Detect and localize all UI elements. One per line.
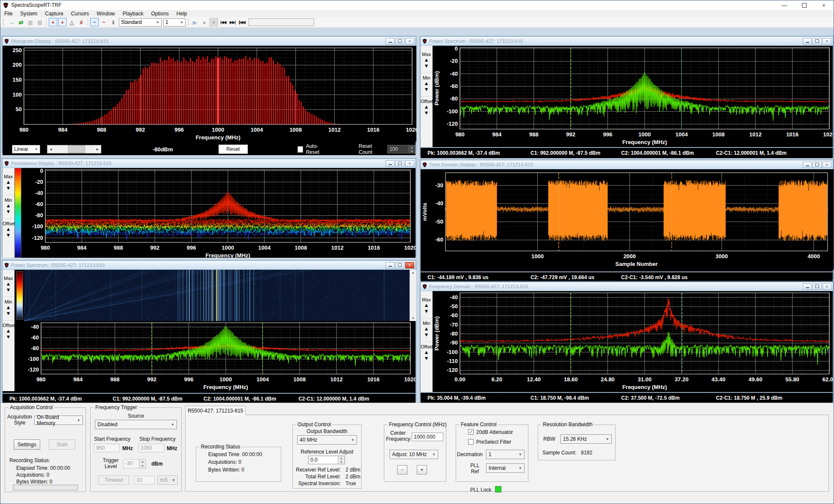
spin-up-icon[interactable]: ▲ (139, 460, 146, 464)
scroll-up-icon[interactable]: ▲ (412, 270, 415, 275)
frequency-increment-button[interactable]: + (417, 465, 427, 475)
frame-button[interactable]: # (77, 18, 85, 27)
waterfall-scrollbar[interactable]: ▲ ▼ (410, 270, 416, 321)
menu-options[interactable]: Options (147, 11, 172, 17)
stop-button-disabled[interactable]: × (209, 18, 218, 27)
offset-down-button[interactable]: ▼ (6, 334, 11, 340)
panel-minimize-button[interactable] (803, 283, 812, 290)
scroll-down-icon[interactable]: ▼ (412, 315, 415, 321)
spin-down-icon[interactable]: ▼ (338, 460, 345, 464)
scroll-left-icon[interactable]: ◄ (47, 145, 54, 153)
trace-toggle-2[interactable]: ~ (100, 18, 108, 27)
panel-maximize-button[interactable] (813, 162, 822, 168)
adjust-step-combo[interactable]: Adjust: 10 MHz ▼ (389, 450, 438, 459)
panel-close-button[interactable]: × (822, 283, 831, 290)
panel-minimize-button[interactable] (386, 38, 395, 44)
menu-window[interactable]: Window (93, 11, 119, 17)
offset-up-button[interactable]: ▲ (6, 226, 11, 232)
position-field[interactable] (248, 18, 314, 26)
max-up-button[interactable]: ▲ (424, 57, 429, 63)
scrollbar-track[interactable] (54, 145, 94, 153)
max-down-button[interactable]: ▼ (6, 185, 11, 191)
panel-close-button[interactable]: × (822, 38, 831, 44)
settings-button[interactable]: Settings (14, 439, 40, 450)
max-down-button[interactable]: ▼ (424, 63, 429, 69)
run-button[interactable]: → (7, 18, 16, 27)
reference-level-spinner[interactable]: 0.0 ▲▼ (308, 456, 345, 464)
min-down-button[interactable]: ▼ (424, 332, 429, 338)
cursor-toggle-2[interactable]: + (58, 18, 67, 27)
minimize-button[interactable]: — (775, 0, 794, 10)
panel-maximize-button[interactable] (395, 160, 404, 167)
max-up-button[interactable]: ▲ (6, 281, 11, 287)
reset-count-spinner[interactable]: 100 ▲▼ (387, 145, 416, 153)
reconnect-button[interactable]: ⇄ (17, 18, 25, 27)
menu-file[interactable]: File (0, 11, 16, 17)
maximize-button[interactable] (794, 0, 814, 10)
attenuator-checkbox[interactable]: ✓ (468, 429, 474, 435)
panel-close-button[interactable]: × (405, 160, 414, 167)
panel-close-button[interactable]: × (822, 162, 831, 168)
spin-up-icon[interactable]: ▲ (409, 145, 415, 149)
spin-down-icon[interactable]: ▼ (409, 149, 415, 153)
trigger-source-combo[interactable]: Disabled ▼ (95, 420, 177, 429)
panel-minimize-button[interactable] (386, 262, 395, 268)
trigger-level-spinner[interactable]: -30 ▲▼ (123, 459, 146, 469)
histogram-scrollbar[interactable]: ◄ ► (47, 145, 101, 153)
skip-start-button[interactable]: |◀◀ (219, 18, 227, 27)
spin-up-icon[interactable]: ▲ (338, 456, 345, 460)
step-back-button[interactable]: ||◀◀ (238, 18, 246, 27)
time-domain-titlebar[interactable]: Time Domain Display : R5500-427: 171213-… (421, 160, 833, 169)
cursor-toggle-1[interactable]: + (49, 18, 57, 27)
skip-end-button[interactable]: ▶▶| (228, 18, 237, 27)
frequency-domain-titlebar[interactable]: Frequency Domain : R5500-427: 171213-615… (421, 282, 833, 291)
persistence-titlebar[interactable]: Persistence Display : R5500-427: 171213-… (3, 159, 416, 168)
timeout-unit-combo[interactable]: mS ▼ (157, 475, 178, 485)
device-tab[interactable]: R5500-427: 171213-615 (185, 406, 246, 416)
menu-help[interactable]: Help (173, 11, 191, 17)
offset-down-button[interactable]: ▼ (6, 232, 11, 238)
close-button[interactable]: × (814, 0, 834, 10)
max-down-button[interactable]: ▼ (6, 287, 11, 293)
max-up-button[interactable]: ▲ (424, 302, 429, 308)
offset-down-button[interactable]: ▼ (424, 110, 429, 116)
offset-up-button[interactable]: ▲ (6, 328, 11, 334)
min-up-button[interactable]: ▲ (6, 304, 11, 310)
min-up-button[interactable]: ▲ (424, 80, 429, 86)
pll-ref-combo[interactable]: Internal ▼ (486, 463, 525, 473)
rbw-combo[interactable]: 15.26 KHz ▼ (560, 434, 612, 444)
print-button-disabled[interactable]: ▦ (35, 18, 44, 27)
menu-capture[interactable]: Capture (41, 11, 67, 17)
channel-combo[interactable]: 1 ▼ (163, 18, 186, 27)
trace-toggle-1[interactable]: ~ (90, 18, 99, 27)
min-down-button[interactable]: ▼ (424, 86, 429, 92)
timeout-button[interactable]: Timeout (98, 475, 129, 485)
center-frequency-field[interactable]: 1000.000 (412, 433, 443, 441)
start-button[interactable]: Start (49, 439, 75, 450)
panel-minimize-button[interactable] (386, 160, 395, 167)
record-button[interactable]: ● (200, 18, 209, 27)
min-down-button[interactable]: ▼ (6, 209, 11, 215)
frequency-decrement-button[interactable]: - (397, 465, 407, 475)
min-up-button[interactable]: ▲ (6, 203, 11, 209)
menu-playback[interactable]: Playback (119, 11, 147, 17)
panel-minimize-button[interactable] (803, 162, 812, 168)
acquisition-style-combo[interactable]: On-Board Memory ▼ (34, 416, 83, 425)
preselect-checkbox[interactable] (468, 439, 474, 445)
max-down-button[interactable]: ▼ (424, 308, 429, 314)
stop-frequency-field[interactable]: 1050 (139, 444, 164, 452)
scrollbar-thumb[interactable] (68, 145, 85, 153)
mean-button[interactable]: x̄ (109, 18, 118, 27)
output-bandwidth-combo[interactable]: 40 MHz ▼ (297, 435, 357, 445)
play-button[interactable]: ▶ (191, 18, 199, 27)
auto-reset-checkbox[interactable] (298, 146, 303, 153)
scroll-right-icon[interactable]: ► (94, 145, 101, 153)
profile-combo[interactable]: Standard ▼ (119, 18, 162, 27)
snapshot-button-disabled[interactable]: ▩ (26, 18, 35, 27)
min-up-button[interactable]: ▲ (424, 326, 429, 332)
panel-close-button[interactable]: × (405, 262, 414, 268)
start-frequency-field[interactable]: 950 (94, 444, 120, 452)
spin-down-icon[interactable]: ▼ (139, 464, 146, 468)
panel-maximize-button[interactable] (395, 262, 404, 268)
max-up-button[interactable]: ▲ (6, 179, 11, 185)
